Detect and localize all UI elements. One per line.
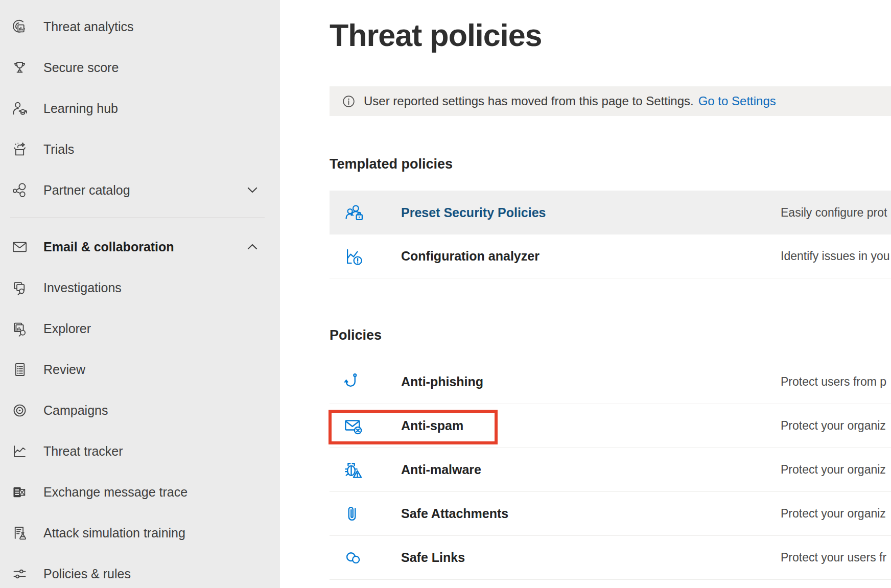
go-to-settings-link[interactable]: Go to Settings <box>698 94 776 108</box>
chevron-down-icon[interactable] <box>245 183 260 197</box>
sidebar-item-learning-hub[interactable]: Learning hub <box>0 88 280 129</box>
sidebar-item-label: Threat tracker <box>43 444 123 459</box>
sidebar-item-label: Threat analytics <box>43 19 133 34</box>
exchange-message-trace-icon <box>10 483 29 501</box>
review-icon <box>10 360 29 379</box>
sidebar-item-partner-catalog[interactable]: Partner catalog <box>0 170 280 210</box>
explorer-icon <box>10 319 29 338</box>
anti-spam-icon <box>343 416 364 436</box>
sidebar-item-label: Policies & rules <box>43 567 131 581</box>
email-collaboration-icon <box>10 238 29 256</box>
learning-hub-icon <box>10 99 29 117</box>
partner-catalog-icon <box>10 181 29 199</box>
sidebar-item-email-collaboration[interactable]: Email & collaboration <box>0 226 280 267</box>
investigations-icon <box>10 278 29 297</box>
policies-heading: Policies <box>330 327 382 343</box>
row-anti-phishing[interactable]: Anti-phishing Protect users from p <box>330 360 891 404</box>
preset-security-policies-icon <box>343 202 364 223</box>
sidebar-item-review[interactable]: Review <box>0 349 280 390</box>
secure-score-icon <box>10 58 29 77</box>
row-description: Protect users from p <box>781 375 886 389</box>
safe-attachments-label: Safe Attachments <box>401 506 508 521</box>
attack-simulation-training-icon <box>10 524 29 542</box>
policies-list: Anti-phishing Protect users from p Anti-… <box>330 360 891 580</box>
row-anti-malware[interactable]: Anti-malware Protect your organiz <box>330 448 891 492</box>
info-banner: User reported settings has moved from th… <box>330 86 891 116</box>
anti-phishing-label: Anti-phishing <box>401 374 483 389</box>
row-preset-security-policies[interactable]: Preset Security Policies Easily configur… <box>330 191 891 234</box>
row-description: Protect your organiz <box>781 507 886 521</box>
sidebar-item-secure-score[interactable]: Secure score <box>0 47 280 88</box>
sidebar-item-exchange-message-trace[interactable]: Exchange message trace <box>0 472 280 512</box>
sidebar-item-policies-rules[interactable]: Policies & rules <box>0 553 280 588</box>
safe-links-label: Safe Links <box>401 550 465 565</box>
safe-attachments-icon <box>343 504 364 524</box>
sidebar-item-explorer[interactable]: Explorer <box>0 308 280 349</box>
sidebar-item-label: Investigations <box>43 280 122 295</box>
sidebar-item-label: Learning hub <box>43 101 118 116</box>
row-description: Easily configure prot <box>781 206 887 220</box>
sidebar-item-label: Exchange message trace <box>43 485 187 500</box>
row-configuration-analyzer[interactable]: Configuration analyzer Identify issues i… <box>330 234 891 278</box>
sidebar-item-label: Review <box>43 362 85 377</box>
sidebar-item-attack-simulation-training[interactable]: Attack simulation training <box>0 512 280 553</box>
preset-security-policies-link[interactable]: Preset Security Policies <box>401 205 546 220</box>
sidebar-item-label: Explorer <box>43 321 91 336</box>
page-title: Threat policies <box>330 17 542 53</box>
row-description: Protect your organiz <box>781 463 886 477</box>
sidebar-item-trials[interactable]: Trials <box>0 129 280 170</box>
sidebar-item-campaigns[interactable]: Campaigns <box>0 390 280 431</box>
banner-message: User reported settings has moved from th… <box>364 94 694 108</box>
trials-icon <box>10 140 29 158</box>
sidebar-item-threat-analytics[interactable]: Threat analytics <box>0 6 280 47</box>
sidebar-item-investigations[interactable]: Investigations <box>0 267 280 308</box>
sidebar-divider <box>10 218 265 218</box>
sidebar-item-label: Partner catalog <box>43 183 130 198</box>
anti-malware-icon <box>343 460 364 480</box>
anti-malware-label: Anti-malware <box>401 462 481 477</box>
threat-tracker-icon <box>10 442 29 460</box>
row-description: Identify issues in you <box>781 249 890 263</box>
sidebar-item-threat-tracker[interactable]: Threat tracker <box>0 431 280 472</box>
anti-phishing-icon <box>343 372 364 392</box>
row-safe-attachments[interactable]: Safe Attachments Protect your organiz <box>330 492 891 536</box>
threat-analytics-icon <box>10 17 29 36</box>
main-content: Threat policies User reported settings h… <box>280 0 891 588</box>
sidebar-item-label: Secure score <box>43 60 119 75</box>
info-icon <box>342 95 356 108</box>
templated-policies-list: Preset Security Policies Easily configur… <box>330 191 891 278</box>
templated-policies-heading: Templated policies <box>330 156 453 172</box>
campaigns-icon <box>10 401 29 419</box>
configuration-analyzer-icon <box>343 246 364 267</box>
sidebar-item-label: Attack simulation training <box>43 526 185 540</box>
chevron-up-icon[interactable] <box>245 240 260 254</box>
row-anti-spam[interactable]: Anti-spam Protect your organiz <box>330 404 891 448</box>
safe-links-icon <box>343 548 364 568</box>
configuration-analyzer-label: Configuration analyzer <box>401 249 540 264</box>
sidebar-item-label: Trials <box>43 142 74 157</box>
sidebar: Threat analytics Secure score L <box>0 0 280 588</box>
policies-rules-icon <box>10 565 29 583</box>
row-description: Protect your users fr <box>781 551 886 565</box>
row-safe-links[interactable]: Safe Links Protect your users fr <box>330 536 891 580</box>
anti-spam-label: Anti-spam <box>401 418 463 433</box>
sidebar-item-label: Email & collaboration <box>43 240 174 254</box>
row-description: Protect your organiz <box>781 419 886 433</box>
sidebar-item-label: Campaigns <box>43 403 108 418</box>
